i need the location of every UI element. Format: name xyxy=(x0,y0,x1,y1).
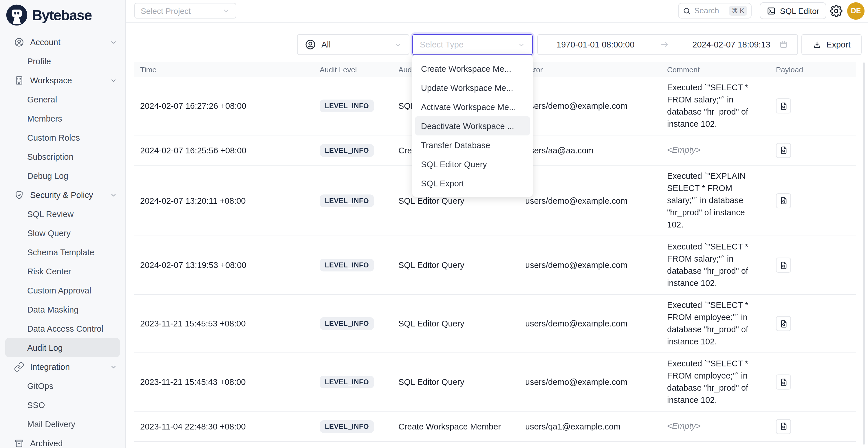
sidebar: Bytebase AccountProfileWorkspaceGeneralM… xyxy=(0,0,126,448)
sidebar-item-label: Integration xyxy=(30,362,104,371)
cell-audit-type: SQL Editor Query xyxy=(393,260,519,270)
archive-icon xyxy=(14,438,24,448)
dropdown-option-activate-workspace-me[interactable]: Activate Workspace Me... xyxy=(415,97,530,116)
sidebar-item-custom-approval[interactable]: Custom Approval xyxy=(0,281,125,300)
sidebar-item-label: SSO xyxy=(27,400,117,410)
sidebar-item-label: Data Access Control xyxy=(27,324,117,333)
dropdown-option-sql-export[interactable]: SQL Export xyxy=(415,174,530,193)
date-range-picker[interactable]: 1970-01-01 08:00:00 2024-02-07 18:09:13 xyxy=(537,34,798,55)
payload-view-button[interactable] xyxy=(776,419,791,434)
sidebar-item-label: Security & Policy xyxy=(30,190,104,199)
sidebar-item-custom-roles[interactable]: Custom Roles xyxy=(0,128,125,147)
cell-comment: Executed `"SELECT * FROM salary;"` in da… xyxy=(661,77,770,135)
search-shortcut-badge: ⌘ K xyxy=(729,6,747,15)
cell-payload xyxy=(770,143,856,158)
user-avatar[interactable]: DE xyxy=(847,2,865,20)
cell-audit-level: LEVEL_INFO xyxy=(314,194,393,207)
sidebar-item-general[interactable]: General xyxy=(0,90,125,109)
terminal-icon xyxy=(767,6,776,15)
search-input[interactable]: Search ⌘ K xyxy=(678,3,752,19)
sidebar-item-sql-review[interactable]: SQL Review xyxy=(0,204,125,223)
sidebar-item-data-masking[interactable]: Data Masking xyxy=(0,300,125,319)
cell-time: 2023-11-21 15:45:43 +08:00 xyxy=(134,377,314,387)
sidebar-item-label: Profile xyxy=(27,57,117,66)
sidebar-item-profile[interactable]: Profile xyxy=(0,52,125,71)
column-header-time: Time xyxy=(134,65,314,74)
cell-audit-level: LEVEL_INFO xyxy=(314,259,393,271)
sidebar-item-slow-query[interactable]: Slow Query xyxy=(0,223,125,243)
audit-level-badge: LEVEL_INFO xyxy=(320,144,374,157)
actor-filter-select[interactable]: All xyxy=(297,34,409,55)
cell-audit-type: SQL Editor Query xyxy=(393,319,519,328)
sidebar-item-label: Archived xyxy=(30,439,117,448)
brand-name: Bytebase xyxy=(32,7,92,24)
export-label: Export xyxy=(826,40,850,49)
cell-comment: Executed `"SELECT * FROM employee;"` in … xyxy=(661,353,770,411)
sidebar-item-sso[interactable]: SSO xyxy=(0,395,125,414)
sidebar-item-label: Custom Roles xyxy=(27,133,117,142)
chevron-down-icon xyxy=(110,38,117,45)
sidebar-item-label: Risk Center xyxy=(27,266,117,276)
audit-level-badge: LEVEL_INFO xyxy=(320,420,374,433)
cell-payload xyxy=(770,98,856,114)
sidebar-item-debug-log[interactable]: Debug Log xyxy=(0,166,125,185)
arrow-right-icon xyxy=(660,40,669,49)
search-icon xyxy=(683,7,691,15)
sidebar-item-security-policy[interactable]: Security & Policy xyxy=(0,185,125,204)
chevron-down-icon xyxy=(222,7,230,14)
vertical-scrollbar[interactable] xyxy=(863,63,865,445)
payload-view-button[interactable] xyxy=(776,316,791,331)
sql-editor-button[interactable]: SQL Editor xyxy=(760,2,826,19)
cell-audit-level: LEVEL_INFO xyxy=(314,420,393,433)
payload-view-button[interactable] xyxy=(776,375,791,389)
dropdown-option-create-workspace-me[interactable]: Create Workspace Me... xyxy=(415,59,530,78)
cell-comment: Executed `"SELECT * FROM salary;"` in da… xyxy=(661,236,770,294)
user-circle-icon xyxy=(14,37,24,47)
dropdown-option-update-workspace-me[interactable]: Update Workspace Me... xyxy=(415,78,530,97)
payload-view-button[interactable] xyxy=(776,143,791,158)
link-icon xyxy=(14,361,24,372)
cell-audit-type: SQL Editor Query xyxy=(393,196,519,205)
sidebar-item-workspace[interactable]: Workspace xyxy=(0,71,125,90)
audit-level-badge: LEVEL_INFO xyxy=(320,259,374,271)
sidebar-item-integration[interactable]: Integration xyxy=(0,357,125,376)
sidebar-item-mail-delivery[interactable]: Mail Delivery xyxy=(0,414,125,434)
sidebar-item-risk-center[interactable]: Risk Center xyxy=(0,262,125,281)
cell-audit-type: Create Workspace Member xyxy=(393,422,519,431)
sidebar-item-label: Audit Log xyxy=(27,343,112,352)
sidebar-item-label: Members xyxy=(27,114,117,123)
sidebar-item-schema-template[interactable]: Schema Template xyxy=(0,243,125,262)
export-button[interactable]: Export xyxy=(801,34,862,55)
chevron-down-icon xyxy=(110,191,117,198)
payload-view-button[interactable] xyxy=(776,193,791,208)
actor-filter-value: All xyxy=(321,40,389,49)
cell-payload xyxy=(770,419,856,434)
table-row: 2024-02-07 13:19:53 +08:00LEVEL_INFOSQL … xyxy=(134,236,856,295)
brand-logo[interactable]: Bytebase xyxy=(0,0,125,26)
sidebar-item-members[interactable]: Members xyxy=(0,109,125,128)
dropdown-option-transfer-database[interactable]: Transfer Database xyxy=(415,135,530,155)
cell-payload xyxy=(770,258,856,273)
sidebar-item-label: General xyxy=(27,95,117,104)
chevron-down-icon xyxy=(110,77,117,84)
sidebar-item-subscription[interactable]: Subscription xyxy=(0,147,125,166)
sidebar-item-archived[interactable]: Archived xyxy=(0,434,125,448)
payload-view-button[interactable] xyxy=(776,258,791,273)
table-row: 2023-11-04 22:48:30 +08:00LEVEL_INFOCrea… xyxy=(134,412,856,442)
sql-editor-label: SQL Editor xyxy=(780,6,819,15)
cell-time: 2024-02-07 16:27:26 +08:00 xyxy=(134,101,314,110)
sidebar-item-audit-log[interactable]: Audit Log xyxy=(5,338,120,357)
sidebar-item-account[interactable]: Account xyxy=(0,32,125,52)
cell-actor: users/demo@example.com xyxy=(519,377,661,387)
payload-view-button[interactable] xyxy=(776,98,791,114)
sidebar-item-data-access-control[interactable]: Data Access Control xyxy=(0,319,125,338)
settings-gear-icon[interactable] xyxy=(830,5,842,18)
cell-actor: users/demo@example.com xyxy=(519,319,661,328)
dropdown-option-deactivate-workspace[interactable]: Deactivate Workspace ... xyxy=(415,116,530,135)
cell-comment: Executed `"SELECT * FROM employee;"` in … xyxy=(661,295,770,352)
dropdown-option-sql-editor-query[interactable]: SQL Editor Query xyxy=(415,155,530,174)
type-filter-select[interactable]: Select Type xyxy=(412,34,533,55)
sidebar-item-label: Account xyxy=(30,37,104,46)
project-select[interactable]: Select Project xyxy=(134,3,236,19)
sidebar-item-gitops[interactable]: GitOps xyxy=(0,376,125,395)
